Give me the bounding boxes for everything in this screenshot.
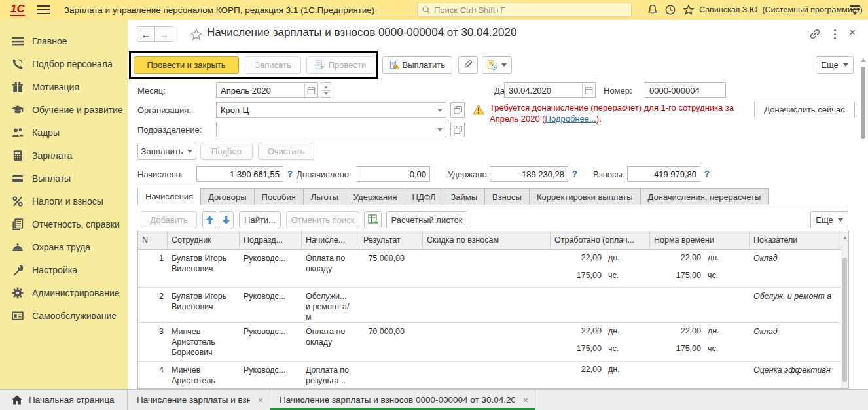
date-field[interactable]: 30.04.2020 [504,82,596,98]
organization-field[interactable]: Крон-Ц [216,102,446,118]
tab-accruals[interactable]: Начисления [137,188,201,205]
tab-benefits[interactable]: Пособия [255,188,304,205]
payslip-button[interactable]: Расчетный листок [386,211,467,228]
sidebar-item-recruiting[interactable]: Подбор персонала [0,52,128,75]
col-header-indicators[interactable]: Показатели [750,231,841,249]
current-user[interactable]: Савинская З.Ю. (Системный программист) [699,5,863,14]
col-header-n[interactable]: N [138,231,168,249]
window-tab-document[interactable]: Начисление зарплаты и взносов 0000-00000… [270,390,535,410]
department-open-button[interactable] [450,122,465,137]
global-search[interactable] [417,3,632,17]
change-form-button[interactable] [364,211,382,228]
history-icon[interactable] [664,4,676,16]
periodic-documents-button[interactable] [482,56,512,74]
withheld-field[interactable]: 189 230,28 [490,166,568,182]
tab-privileges[interactable]: Льготы [304,188,346,205]
favorites-star-icon[interactable] [683,4,695,16]
service-menu-icon[interactable] [850,5,861,15]
withheld-help-icon[interactable]: ? [572,169,577,179]
move-down-button[interactable] [219,211,234,228]
form-scrollbar[interactable] [860,56,867,386]
pay-button[interactable]: Выплатить [382,56,452,74]
table-row[interactable]: 2 Булатов Игорь Виленович Руководс... Об… [138,288,841,323]
sidebar-item-main[interactable]: Главное [0,29,128,52]
home-page-button[interactable]: Начальная страница [0,390,128,410]
contributions-field[interactable]: 419 979,80 [627,166,700,182]
tab-deductions[interactable]: Удержания [346,188,405,205]
details-link[interactable]: Подробнее... [545,114,596,124]
favorite-star-icon[interactable] [190,28,203,41]
calendar-icon[interactable] [304,83,317,97]
scroll-up-icon[interactable] [843,234,847,239]
tab-ndfl[interactable]: НДФЛ [405,188,444,205]
tab-recalculations[interactable]: Доначисления, перерасчеты [641,188,769,205]
scrollbar-thumb[interactable] [842,258,847,382]
col-header-norm[interactable]: Норма времени [650,231,750,249]
notifications-bell-icon[interactable] [647,4,659,16]
scrollbar-thumb[interactable] [861,67,865,139]
accrued-field[interactable]: 1 390 661,55 [196,166,283,182]
search-input[interactable] [434,5,611,15]
post-and-close-button[interactable]: Провести и закрыть [134,56,239,74]
cancel-search-button[interactable]: Отменить поиск [286,211,359,228]
recalculate-now-button[interactable]: Доначислить сейчас [754,101,855,118]
close-tab-icon[interactable]: × [258,395,263,405]
close-icon[interactable]: × [849,27,856,38]
clear-button[interactable]: Очистить [258,143,314,160]
sidebar-item-safety[interactable]: Охрана труда [0,235,128,258]
department-field[interactable] [216,122,446,137]
tab-payment-adjustments[interactable]: Корректировки выплаты [530,188,641,205]
main-menu-icon[interactable] [37,5,50,14]
pick-button[interactable]: Подбор [200,143,253,160]
number-field[interactable]: 0000-000004 [645,82,726,98]
accrued-help-icon[interactable]: ? [287,169,293,179]
fill-button[interactable]: Заполнить [137,143,196,160]
close-tab-icon[interactable]: × [523,395,528,405]
col-header-result[interactable]: Результат [359,231,423,249]
sidebar-item-hr[interactable]: Кадры [0,121,128,144]
col-header-accrual[interactable]: Начисле... [302,231,359,249]
table-scrollbar[interactable] [841,231,848,388]
col-header-department[interactable]: Подразд... [240,231,302,249]
combo-arrow-icon[interactable] [434,103,446,117]
attachments-button[interactable] [458,56,478,74]
combo-arrow-icon[interactable] [434,122,446,137]
contributions-help-icon[interactable]: ? [704,169,710,179]
sidebar-item-selfservice[interactable]: Самообслуживание [0,304,128,327]
table-row[interactable]: 4 Минчев Аристотель Руководс... Доплата … [138,362,841,389]
col-header-employee[interactable]: Сотрудник [168,231,240,249]
get-link-icon[interactable] [809,28,821,40]
calendar-icon[interactable] [582,83,595,97]
window-tab-list[interactable]: Начисление зарплаты и взносов × [128,390,270,410]
find-button[interactable]: Найти... [239,211,281,228]
sidebar-item-settings[interactable]: Настройка [0,258,128,281]
table-row[interactable]: 3 Минчев Аристотель Борисович Руководс..… [138,323,841,362]
sidebar-item-motivation[interactable]: Мотивация [0,75,128,98]
sidebar-item-taxes[interactable]: Налоги и взносы [0,190,128,213]
sidebar-item-reports[interactable]: Отчетность, справки [0,213,128,235]
move-up-button[interactable] [202,211,217,228]
additional-field[interactable]: 0,00 [357,166,430,182]
forward-button[interactable]: → [155,26,173,42]
more-menu-icon[interactable] [834,28,836,40]
tab-loans[interactable]: Займы [443,188,485,205]
post-button[interactable]: Провести [306,56,374,74]
sidebar-item-salary[interactable]: Зарплата [0,144,128,167]
organization-open-button[interactable] [450,102,465,118]
save-button[interactable]: Записать [245,56,301,74]
scroll-up-icon[interactable] [861,56,866,62]
table-more-button[interactable]: Еще [810,211,848,228]
tab-contributions[interactable]: Взносы [485,188,530,205]
col-header-worked[interactable]: Отработано (оплач... [551,231,650,249]
month-field[interactable]: Апрель 2020 [216,82,318,98]
sidebar-item-payments[interactable]: Выплаты [0,167,128,190]
add-row-button[interactable]: Добавить [141,211,197,228]
table-row[interactable]: 1 Булатов Игорь Виленович Руководс... Оп… [138,250,841,288]
month-stepper[interactable] [321,82,331,98]
sidebar-item-administration[interactable]: Администрирование [0,281,128,304]
form-more-button[interactable]: Еще [816,56,854,74]
sidebar-item-training[interactable]: Обучение и развитие [0,98,128,121]
back-button[interactable]: ← [137,26,155,42]
col-header-discount[interactable]: Скидка по взносам [423,231,551,249]
tab-contracts[interactable]: Договоры [201,188,254,205]
